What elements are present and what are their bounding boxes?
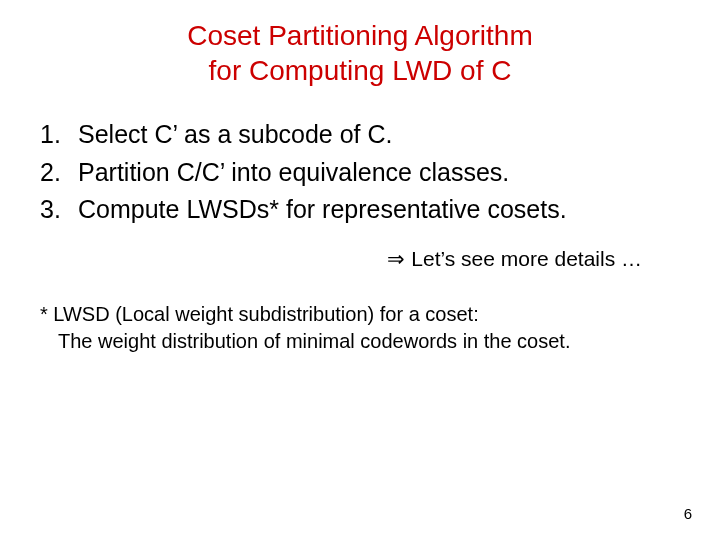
page-number: 6 (684, 505, 692, 522)
footnote-line-2: The weight distribution of minimal codew… (40, 328, 680, 355)
algorithm-steps: 1. Select C’ as a subcode of C. 2. Parti… (0, 116, 720, 229)
step-2: 2. Partition C/C’ into equivalence class… (40, 154, 720, 192)
footnote: * LWSD (Local weight subdistribution) fo… (0, 301, 720, 355)
details-text: ⇒ Let’s see more details … (0, 247, 720, 271)
title-line-2: for Computing LWD of C (0, 53, 720, 88)
step-text: Partition C/C’ into equivalence classes. (78, 154, 509, 192)
step-number: 3. (40, 191, 78, 229)
footnote-line-1: * LWSD (Local weight subdistribution) fo… (40, 301, 680, 328)
slide-title: Coset Partitioning Algorithm for Computi… (0, 0, 720, 88)
step-text: Compute LWSDs* for representative cosets… (78, 191, 567, 229)
title-line-1: Coset Partitioning Algorithm (0, 18, 720, 53)
step-number: 2. (40, 154, 78, 192)
step-number: 1. (40, 116, 78, 154)
step-1: 1. Select C’ as a subcode of C. (40, 116, 720, 154)
step-3: 3. Compute LWSDs* for representative cos… (40, 191, 720, 229)
step-text: Select C’ as a subcode of C. (78, 116, 393, 154)
